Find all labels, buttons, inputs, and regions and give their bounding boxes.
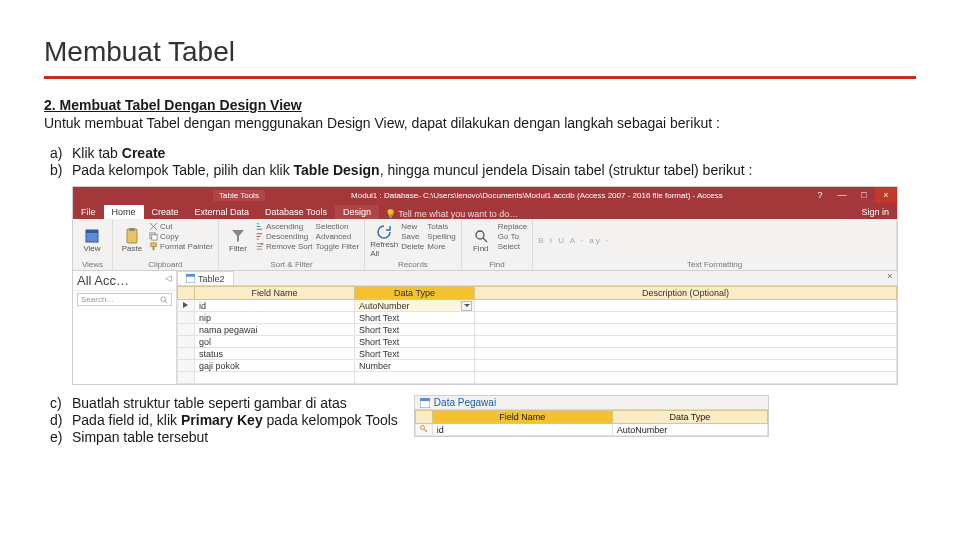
descending-button[interactable]: Descending [255,232,313,241]
field-name-cell[interactable]: gaji pokok [195,360,355,372]
titlebar: Table Tools Modul1 : Database- C:\Users\… [73,187,897,203]
description-cell[interactable] [475,312,897,324]
maximize-button[interactable]: □ [853,187,875,203]
field-name-cell[interactable]: gol [195,336,355,348]
close-tab-button[interactable]: × [883,271,897,285]
data-type-cell[interactable]: Short Text [355,348,475,360]
field-name-cell[interactable]: status [195,348,355,360]
toggle-filter-button[interactable]: Toggle Filter [316,242,360,251]
row-selector[interactable] [178,324,195,336]
row-selector[interactable] [178,300,195,312]
find-button[interactable]: Find [467,222,495,259]
description-cell[interactable] [475,336,897,348]
navpane-search[interactable]: Search… [77,293,172,306]
mini-tab[interactable]: Data Pegawai [415,396,768,410]
ribbon-tab-database-tools[interactable]: Database Tools [257,205,335,219]
paste-label: Paste [122,244,142,253]
replace-button[interactable]: Replace [498,222,527,231]
selection-button[interactable]: Selection [316,222,360,231]
column-header[interactable]: Data Type [355,287,475,300]
dropdown-button[interactable] [461,301,472,311]
data-type-cell[interactable]: AutoNumber [355,300,475,312]
ribbon-group-find: Find Replace Go To Select Find [462,219,533,270]
mini-grid[interactable]: Field NameData Type id AutoNumber [415,410,768,436]
row-selector[interactable] [178,336,195,348]
document-tab[interactable]: Table2 [177,271,234,285]
views-caption: Views [78,260,107,269]
column-header[interactable]: Field Name [432,411,612,424]
data-type-cell[interactable]: Short Text [355,336,475,348]
access-window: Table Tools Modul1 : Database- C:\Users\… [72,186,898,385]
row-selector[interactable] [178,312,195,324]
filter-label: Filter [229,244,247,253]
steps-cde: c)Buatlah struktur table seperti gambar … [50,395,398,446]
filter-button[interactable]: Filter [224,222,252,259]
totals-button[interactable]: Totals [427,222,455,231]
text-format-toolbar[interactable]: B I U A · ay · [538,236,610,245]
ribbon-tab-external-data[interactable]: External Data [187,205,258,219]
format-painter-button[interactable]: Format Painter [149,242,213,251]
row-selector[interactable] [415,424,432,436]
row-selector[interactable] [178,348,195,360]
more-button[interactable]: More [427,242,455,251]
tell-me[interactable]: 💡 Tell me what you want to do… [385,209,518,219]
ribbon-tab-create[interactable]: Create [144,205,187,219]
description-cell[interactable] [475,360,897,372]
field-name-cell[interactable]: nip [195,312,355,324]
ribbon-tab-file[interactable]: File [73,205,104,219]
data-type-cell[interactable]: Number [355,360,475,372]
remove-sort-button[interactable]: Remove Sort [255,242,313,251]
minimize-button[interactable]: — [831,187,853,203]
step-item: c)Buatlah struktur table seperti gambar … [50,395,398,411]
ribbon-group-records: Refresh All New Save Delete Totals Spell… [365,219,462,270]
save-record-button[interactable]: Save [401,232,424,241]
ribbon-group-views: View Views [73,219,113,270]
row-selector[interactable] [178,360,195,372]
mini-data-type-cell[interactable]: AutoNumber [612,424,767,436]
data-type-cell[interactable]: Short Text [355,324,475,336]
description-cell[interactable] [475,324,897,336]
svg-rect-11 [186,274,195,277]
svg-rect-2 [127,229,137,243]
find-label: Find [473,244,489,253]
field-name-cell[interactable]: id [195,300,355,312]
column-header[interactable]: Description (Optional) [475,287,897,300]
refresh-all-button[interactable]: Refresh All [370,222,398,259]
advanced-button[interactable]: Advanced [316,232,360,241]
row-selector-header [415,411,432,424]
view-button[interactable]: View [78,222,106,259]
design-grid[interactable]: Field NameData TypeDescription (Optional… [177,286,897,384]
chevron-left-icon[interactable]: ◁ [165,273,172,283]
help-button[interactable]: ? [809,187,831,203]
textfmt-caption: Text Formatting [538,260,891,269]
ribbon-tab-design[interactable]: Design [335,205,379,219]
copy-button[interactable]: Copy [149,232,213,241]
mini-field-name-cell[interactable]: id [432,424,612,436]
svg-rect-1 [86,230,98,233]
close-button[interactable]: × [875,187,897,203]
cut-button[interactable]: Cut [149,222,213,231]
mini-tab-label: Data Pegawai [434,397,496,408]
svg-point-14 [420,425,424,429]
spelling-button[interactable]: Spelling [427,232,455,241]
data-type-cell[interactable]: Short Text [355,312,475,324]
column-header[interactable]: Field Name [195,287,355,300]
paste-button[interactable]: Paste [118,222,146,259]
description-cell[interactable] [475,348,897,360]
section-lead: Untuk membuat Tabel dengan menggunakan D… [44,115,916,131]
field-name-cell[interactable]: nama pegawai [195,324,355,336]
description-cell[interactable] [475,300,897,312]
navpane-header[interactable]: All Acc… ◁ [73,271,176,291]
delete-record-button[interactable]: Delete [401,242,424,251]
steps-ab: a)Klik tab Createb)Pada kelompok Table, … [50,145,916,178]
goto-button[interactable]: Go To [498,232,527,241]
svg-rect-7 [153,247,155,251]
sign-in-link[interactable]: Sign in [853,205,897,219]
key-icon [420,425,428,433]
svg-rect-13 [420,398,430,401]
select-button[interactable]: Select [498,242,527,251]
new-record-button[interactable]: New [401,222,424,231]
column-header[interactable]: Data Type [612,411,767,424]
ribbon-tab-home[interactable]: Home [104,205,144,219]
ascending-button[interactable]: Ascending [255,222,313,231]
